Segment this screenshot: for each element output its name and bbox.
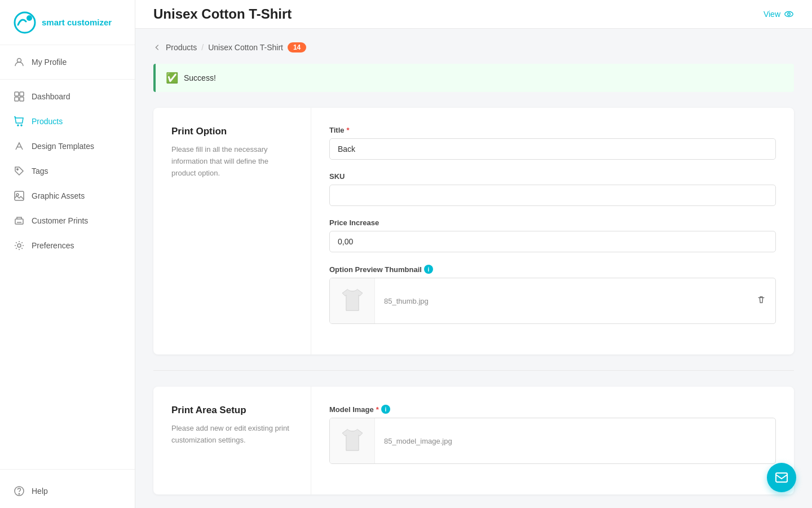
svg-point-9 [17,169,18,170]
svg-point-13 [17,244,21,247]
svg-rect-3 [15,92,19,96]
price-increase-input[interactable] [329,231,776,252]
svg-rect-5 [15,97,19,101]
title-required: * [347,126,350,134]
sidebar-item-tags[interactable]: Tags [0,159,135,183]
view-label: View [764,10,780,19]
title-field-group: Title * [329,126,776,160]
alert-success: ✅ Success! [153,64,794,92]
thumbnail-row: 85_thumb.jpg [329,278,776,324]
sidebar-label-preferences: Preferences [32,241,74,250]
svg-rect-4 [20,92,24,96]
sidebar-item-products[interactable]: Products [0,109,135,134]
sidebar-label-products: Products [32,117,63,126]
print-area-title: Print Area Setup [171,405,293,416]
sidebar-label-graphic-assets: Graphic Assets [32,191,85,200]
top-bar: Unisex Cotton T-Shirt View [135,0,812,29]
print-area-section: Print Area Setup Please add new or edit … [153,387,794,494]
print-option-title: Print Option [171,126,293,137]
email-fab[interactable] [767,463,796,492]
print-option-section: Print Option Please fill in all the nece… [153,108,794,354]
back-arrow-icon [153,43,161,51]
thumbnail-filename: 85_thumb.jpg [375,297,747,305]
thumbnail-image [330,278,375,323]
svg-rect-6 [20,97,24,101]
sidebar-item-help[interactable]: Help [0,479,135,503]
user-icon [14,56,25,68]
title-input[interactable] [329,138,776,160]
model-image-filename: 85_model_image.jpg [375,437,775,445]
sidebar: smart customizer My Profile [0,0,135,508]
breadcrumb-separator: / [201,43,204,52]
svg-rect-10 [15,191,24,200]
sidebar-bottom: Help [0,474,135,508]
section-divider [153,370,794,371]
model-image-row: 85_model_image.jpg [329,418,776,464]
sidebar-item-graphic-assets[interactable]: Graphic Assets [0,183,135,208]
sidebar-label-my-profile: My Profile [32,58,67,67]
success-icon: ✅ [166,72,178,84]
sidebar-item-design-templates[interactable]: Design Templates [0,134,135,159]
sidebar-label-tags: Tags [32,167,48,176]
breadcrumb-current: Unisex Cotton T-Shirt [208,43,283,52]
prints-icon [14,215,25,226]
sidebar-item-dashboard[interactable]: Dashboard [0,84,135,109]
svg-point-15 [19,493,20,494]
thumbnail-info-icon[interactable]: i [424,265,433,274]
prefs-icon [14,240,25,251]
svg-point-17 [788,13,791,16]
view-link[interactable]: View [764,9,794,19]
page-title: Unisex Cotton T-Shirt [153,6,292,22]
breadcrumb-badge: 14 [288,42,306,52]
logo: smart customizer [0,0,135,45]
sidebar-item-preferences[interactable]: Preferences [0,233,135,258]
price-increase-label: Price Increase [329,218,776,227]
print-option-desc: Please fill in all the necessary informa… [171,144,293,179]
design-icon [14,141,25,152]
sidebar-item-customer-prints[interactable]: Customer Prints [0,208,135,233]
print-area-right: Model Image * i 85_model_image.jpg [311,387,794,494]
svg-point-8 [21,125,22,126]
svg-rect-12 [15,219,23,224]
thumbnail-label: Option Preview Thumbnail i [329,265,776,274]
svg-point-7 [17,125,19,126]
sidebar-label-dashboard: Dashboard [32,92,70,101]
alert-message: Success! [184,73,216,82]
sku-field-group: SKU [329,172,776,206]
print-area-left: Print Area Setup Please add new or edit … [153,387,311,494]
logo-text: smart customizer [42,17,112,27]
dashboard-icon [14,91,25,102]
sidebar-nav: My Profile Dashboard [0,45,135,465]
model-image-field-group: Model Image * i 85_model_image.jpg [329,405,776,464]
print-option-left: Print Option Please fill in all the nece… [153,108,311,354]
svg-point-0 [15,12,35,33]
title-label: Title * [329,126,776,134]
graphic-icon [14,190,25,202]
print-option-right: Title * SKU Price Increase [311,108,794,354]
sku-input[interactable] [329,185,776,206]
svg-rect-18 [776,473,787,482]
svg-point-1 [27,15,32,21]
model-image-required: * [376,405,379,414]
tags-icon [14,165,25,177]
sidebar-label-design-templates: Design Templates [32,142,94,151]
sidebar-label-customer-prints: Customer Prints [32,216,88,225]
print-area-desc: Please add new or edit existing print cu… [171,423,293,446]
sku-label: SKU [329,172,776,181]
breadcrumb-products[interactable]: Products [166,43,197,52]
svg-point-16 [785,12,793,17]
model-image-label: Model Image * i [329,405,776,414]
main-content: Unisex Cotton T-Shirt View Products / Un… [135,0,812,508]
sidebar-item-my-profile[interactable]: My Profile [0,50,135,75]
price-increase-field-group: Price Increase [329,218,776,252]
products-icon [14,116,25,127]
thumbnail-delete-button[interactable] [747,295,775,307]
sidebar-label-help: Help [32,487,48,496]
content-area: Products / Unisex Cotton T-Shirt 14 ✅ Su… [135,29,812,508]
model-image-thumbnail [330,418,375,463]
help-icon [14,485,25,497]
thumbnail-field-group: Option Preview Thumbnail i 85_thumb.jpg [329,265,776,324]
model-image-info-icon[interactable]: i [381,405,390,414]
breadcrumb: Products / Unisex Cotton T-Shirt 14 [153,42,794,52]
